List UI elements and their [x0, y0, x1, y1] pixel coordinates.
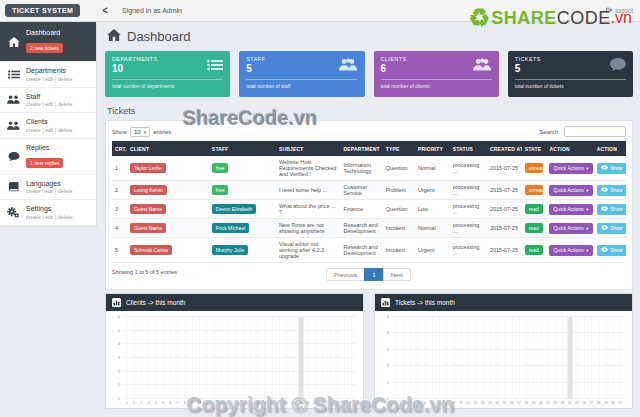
quick-actions-button[interactable]: Quick Actions▾ — [549, 245, 592, 256]
quick-actions-button[interactable]: Quick Actions▾ — [549, 163, 592, 174]
cell-action-show: Show — [594, 156, 626, 181]
table-row[interactable]: 5 Schmidt Carine Murphy Julie Visual edi… — [112, 238, 626, 263]
col-action-show[interactable]: ACTION — [594, 141, 626, 156]
pagination-previous[interactable]: Previous — [326, 268, 365, 281]
cell-client: Taylor Leslie — [127, 156, 209, 181]
table-header-row: CRT. CLIENT STAFF SUBJECT DEPARTMENT TYP… — [112, 141, 626, 156]
sidebar-item-label: Replies — [26, 144, 63, 151]
cell-created-at: 2015-07-25 — [487, 238, 522, 263]
logout-link[interactable]: logout — [606, 7, 633, 14]
staff-badge[interactable]: Murphy Julie — [212, 245, 248, 255]
stat-card-clients[interactable]: CLIENTS 6 total number of clients — [374, 51, 499, 97]
sidebar-item-clients[interactable]: Clients create | edit | delete — [0, 113, 96, 139]
table-row[interactable]: 3 Guest Name Devon Elizabeth What about … — [112, 200, 626, 219]
chart-title: Tickets -> this month — [395, 299, 455, 306]
quick-actions-button[interactable]: Quick Actions▾ — [549, 185, 592, 196]
charts-row: Clients -> this month 0123456 0123456789… — [105, 293, 633, 409]
cell-status: processing ... — [450, 200, 487, 219]
sidebar-item-settings[interactable]: Settings create | edit | delete — [0, 200, 96, 226]
state-badge: read — [525, 223, 543, 233]
col-created-at[interactable]: CREATED AT — [487, 141, 522, 156]
show-entries-control: Show 10 ▾ entries — [112, 127, 171, 137]
staff-badge[interactable]: Devon Elizabeth — [212, 204, 256, 214]
client-badge[interactable]: Guest Name — [130, 223, 166, 233]
chart-plot: 0123456 — [123, 317, 355, 399]
chevron-down-icon: ▾ — [586, 207, 588, 212]
col-department[interactable]: DEPARTMENT — [340, 141, 382, 156]
cell-staff: Murphy Julie — [209, 238, 276, 263]
col-staff[interactable]: STAFF — [209, 141, 276, 156]
stat-card-departments[interactable]: DEPARTMENTS 10 total number of departmen… — [105, 51, 230, 97]
cell-staff: Devon Elizabeth — [209, 200, 276, 219]
show-button[interactable]: Show — [597, 223, 626, 234]
show-button[interactable]: Show — [597, 185, 626, 196]
cell-state: read — [522, 200, 547, 219]
show-button[interactable]: Show — [597, 204, 626, 215]
search-input[interactable] — [564, 126, 626, 137]
cell-priority: Normal — [415, 219, 450, 238]
quick-actions-button[interactable]: Quick Actions▾ — [549, 223, 592, 234]
eye-icon — [601, 247, 608, 253]
cell-crt: 3 — [112, 200, 127, 219]
staff-badge[interactable]: free — [212, 185, 229, 195]
cell-client: Guest Name — [127, 200, 209, 219]
sidebar-item-dashboard[interactable]: Dashboard 2 new tickets — [0, 22, 96, 62]
table-row[interactable]: 4 Guest Name Frick Michael New Posts are… — [112, 219, 626, 238]
chart-x-axis: 0123456789101112131415161718192021222324… — [392, 401, 624, 405]
pagination-next[interactable]: Next — [383, 268, 411, 281]
sidebar-collapse-toggle[interactable]: < — [102, 6, 108, 16]
tickets-table: CRT. CLIENT STAFF SUBJECT DEPARTMENT TYP… — [112, 141, 626, 263]
cell-action-show: Show — [594, 238, 626, 263]
eye-icon — [601, 206, 608, 212]
app-brand: TICKET SYSTEM — [5, 4, 80, 17]
col-state[interactable]: STATE — [522, 141, 547, 156]
col-status[interactable]: STATUS — [450, 141, 487, 156]
sidebar-item-staff[interactable]: Staff create | edit | delete — [0, 88, 96, 114]
cell-crt: 5 — [112, 238, 127, 263]
comment-icon — [610, 57, 626, 75]
sidebar-item-label: Staff — [26, 93, 72, 100]
cell-state: unread — [522, 156, 547, 181]
logout-icon — [606, 7, 613, 14]
sidebar-item-languages[interactable]: Languages create | edit | delete — [0, 175, 96, 201]
page-title: Dashboard — [107, 29, 633, 44]
cell-status: processing ... — [450, 238, 487, 263]
stat-card-tickets[interactable]: TICKETS 5 total number of tickets — [508, 51, 633, 97]
col-action-quick[interactable]: ACTION — [546, 141, 593, 156]
pagination-page-1[interactable]: 1 — [364, 268, 383, 281]
cell-created-at: 2015-07-25 — [487, 156, 522, 181]
cell-action-quick: Quick Actions▾ — [546, 181, 593, 200]
page-size-select[interactable]: 10 ▾ — [130, 127, 150, 137]
cell-status: processing ... — [450, 181, 487, 200]
col-crt[interactable]: CRT. — [112, 141, 127, 156]
quick-actions-button[interactable]: Quick Actions▾ — [549, 204, 592, 215]
col-priority[interactable]: PRIORITY — [415, 141, 450, 156]
state-badge: unread — [525, 163, 544, 173]
search-label: Search: — [539, 129, 560, 135]
col-type[interactable]: TYPE — [383, 141, 415, 156]
col-subject[interactable]: SUBJECT — [276, 141, 341, 156]
client-badge[interactable]: Leong Kelvin — [130, 185, 167, 195]
show-button[interactable]: Show — [597, 163, 626, 174]
sidebar-item-label: Languages — [26, 180, 72, 187]
table-row[interactable]: 1 Taylor Leslie free Website Host Requir… — [112, 156, 626, 181]
chart-x-axis: 0123456789101112131415161718192021222324… — [123, 401, 355, 405]
staff-badge[interactable]: free — [212, 163, 229, 173]
sidebar-item-departments[interactable]: Departments create | edit | delete — [0, 62, 96, 88]
table-row[interactable]: 2 Leong Kelvin free I need some help ...… — [112, 181, 626, 200]
client-badge[interactable]: Guest Name — [130, 204, 166, 214]
stat-card-staff[interactable]: STAFF 5 total number of staff — [239, 51, 364, 97]
cell-priority: Normal — [415, 156, 450, 181]
stat-footer: total number of staff — [246, 83, 357, 89]
cell-type: Question — [383, 200, 415, 219]
client-badge[interactable]: Schmidt Carine — [130, 245, 172, 255]
client-badge[interactable]: Taylor Leslie — [130, 163, 166, 173]
bar-chart-icon — [112, 298, 121, 308]
cell-state: unread — [522, 181, 547, 200]
sidebar-item-replies[interactable]: Replies 1 new replies — [0, 139, 96, 175]
users-icon — [473, 57, 492, 75]
col-client[interactable]: CLIENT — [127, 141, 209, 156]
show-button[interactable]: Show — [597, 245, 626, 256]
staff-badge[interactable]: Frick Michael — [212, 223, 249, 233]
sidebar-item-sub: create | edit | delete — [26, 101, 72, 107]
